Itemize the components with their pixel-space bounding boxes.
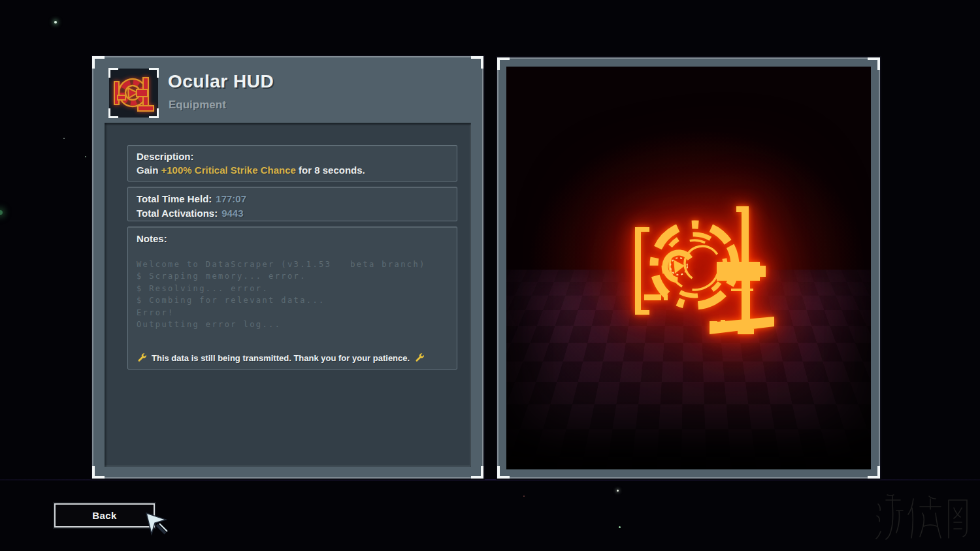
corner-bracket-icon xyxy=(92,56,105,69)
corner-bracket-icon xyxy=(149,108,159,118)
item-title: Ocular HUD xyxy=(168,71,274,92)
star xyxy=(63,138,65,139)
notes-box: Notes: Welcome to DataScraper (v3.1.53 b… xyxy=(127,227,457,370)
description-prefix: Gain xyxy=(137,165,161,176)
stat-value: 177:07 xyxy=(216,193,246,204)
model-viewport[interactable] xyxy=(506,67,871,469)
notes-terminal: Welcome to DataScraper (v3.1.53 beta bra… xyxy=(137,259,448,330)
star xyxy=(523,496,525,497)
star xyxy=(617,490,619,492)
item-icon xyxy=(109,69,158,118)
description-text: Gain +100% Critical Strike Chance for 8 … xyxy=(137,165,448,176)
terminal-line: $ Resolving... error. xyxy=(137,283,448,294)
terminal-line: Error! xyxy=(137,307,448,319)
wrench-icon xyxy=(414,353,425,363)
description-suffix: for 8 seconds. xyxy=(296,165,365,176)
corner-bracket-icon xyxy=(92,466,105,479)
back-button-label: Back xyxy=(92,510,116,521)
corner-bracket-icon xyxy=(108,108,118,118)
stat-value: 9443 xyxy=(221,208,243,219)
description-box: Description: Gain +100% Critical Strike … xyxy=(127,145,457,181)
corner-bracket-icon xyxy=(497,57,510,70)
star xyxy=(54,21,57,24)
corner-bracket-icon xyxy=(108,68,118,78)
game-screen: Ocular HUD Equipment Description: Gain +… xyxy=(0,0,980,551)
item-category: Equipment xyxy=(169,99,226,112)
corner-bracket-icon xyxy=(149,68,159,78)
terminal-line: $ Scraping memory... error. xyxy=(137,270,448,282)
corner-bracket-icon xyxy=(471,466,483,479)
logbook-detail-panel: Ocular HUD Equipment Description: Gain +… xyxy=(93,57,482,477)
detail-content-area: Description: Gain +100% Critical Strike … xyxy=(105,123,471,467)
stat-label: Total Activations: xyxy=(137,208,218,219)
model-preview-panel xyxy=(498,59,879,477)
mouse-cursor-icon xyxy=(144,512,169,537)
stats-box: Total Time Held:177:07 Total Activations… xyxy=(127,187,457,221)
stat-row-time-held: Total Time Held:177:07 xyxy=(137,192,448,206)
terminal-line: Outputting error log... xyxy=(137,319,448,330)
stat-row-activations: Total Activations:9443 xyxy=(137,206,448,221)
watermark xyxy=(873,491,971,546)
corner-bracket-icon xyxy=(471,56,483,69)
notes-label: Notes: xyxy=(137,233,448,244)
star xyxy=(619,526,621,528)
star xyxy=(0,210,3,215)
back-button[interactable]: Back xyxy=(54,503,155,527)
transmission-notice-text: This data is still being transmitted. Th… xyxy=(152,353,410,363)
ocular-hud-3d-model xyxy=(506,67,871,469)
terminal-line: $ Combing for relevant data... xyxy=(137,294,448,306)
terminal-line: Welcome to DataScraper (v3.1.53 beta bra… xyxy=(137,259,448,270)
stat-label: Total Time Held: xyxy=(137,193,212,204)
star xyxy=(483,391,485,392)
background-separator-line xyxy=(0,479,980,480)
star xyxy=(85,156,86,157)
transmission-notice: This data is still being transmitted. Th… xyxy=(137,353,448,363)
description-highlight: +100% Critical Strike Chance xyxy=(161,165,296,176)
description-label: Description: xyxy=(137,151,448,162)
corner-bracket-icon xyxy=(868,57,880,70)
corner-bracket-icon xyxy=(868,466,880,479)
wrench-icon xyxy=(137,353,147,363)
corner-bracket-icon xyxy=(497,466,510,479)
